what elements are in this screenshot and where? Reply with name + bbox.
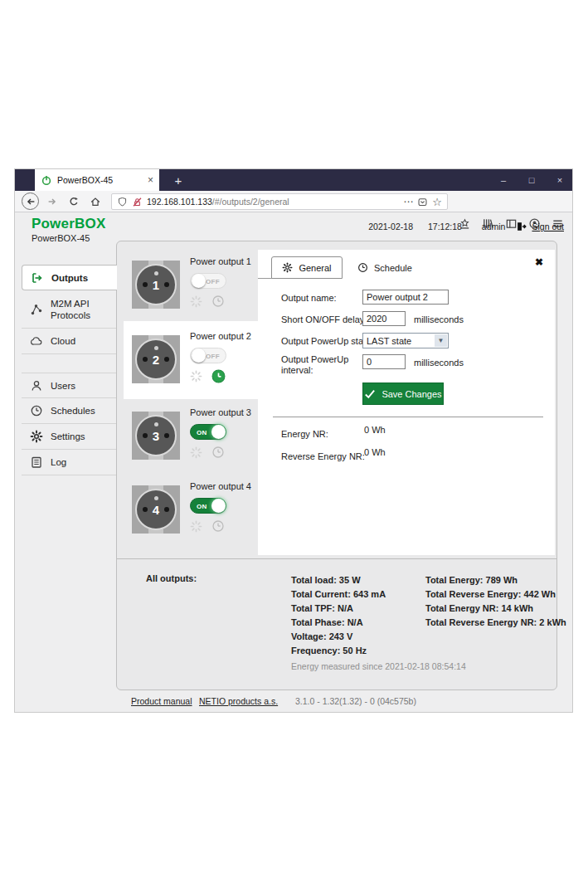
- total-reverse-energy-nr: Total Reverse Energy NR: 2 kWh: [425, 616, 566, 630]
- xlr-connector-icon: 2: [132, 335, 180, 383]
- schedule-inactive-icon: [211, 519, 225, 533]
- output-name-input[interactable]: [362, 290, 449, 305]
- back-arrow-icon: [25, 196, 36, 207]
- frequency: Frequency: 50 Hz: [291, 644, 386, 658]
- detail-close-button[interactable]: ✖: [535, 256, 543, 268]
- output-toggle[interactable]: OFF: [190, 348, 226, 363]
- output-busy-spinner-icon: [190, 295, 202, 308]
- outputs-icon: [31, 271, 44, 285]
- netio-products-link[interactable]: NETIO products a.s.: [199, 696, 278, 706]
- sidebar: M2M API Protocols Cloud Users Schedules …: [22, 290, 116, 475]
- reload-button[interactable]: [68, 196, 80, 207]
- sidebar-item-label: Settings: [51, 427, 114, 446]
- sidebar-item-users[interactable]: Users: [22, 373, 116, 398]
- output-toggle[interactable]: ON: [190, 498, 226, 514]
- energy-nr-label: Energy NR:: [281, 429, 328, 439]
- new-tab-button[interactable]: +: [168, 169, 189, 191]
- outputs-panel: 1 Power output 1 OFF 2 Power output 2 OF…: [116, 241, 557, 690]
- voltage: Voltage: 243 V: [291, 630, 386, 644]
- pocket-icon[interactable]: [417, 197, 428, 207]
- output-toggle[interactable]: ON: [190, 424, 226, 440]
- totals-column-1: Total load: 35 W Total Current: 643 mA T…: [291, 573, 386, 658]
- toggle-knob: [192, 274, 206, 288]
- url-path: /#/outputs/2/general: [212, 197, 289, 207]
- powerup-interval-input[interactable]: [362, 354, 406, 369]
- total-tpf: Total TPF: N/A: [291, 602, 386, 616]
- save-changes-button[interactable]: Save Changes: [362, 383, 444, 405]
- output-name: Power output 1: [190, 256, 251, 266]
- xlr-connector-icon: 1: [132, 261, 180, 309]
- settings-gear-icon: [30, 430, 43, 443]
- section-divider: [273, 417, 543, 417]
- output-card-1[interactable]: 1 Power output 1 OFF: [124, 250, 258, 319]
- sidebar-item-settings[interactable]: Settings: [22, 424, 116, 450]
- toggle-knob: [192, 348, 206, 363]
- screenshot-canvas: PowerBOX-45 × + – □ ×: [0, 0, 588, 882]
- toggle-state-label: OFF: [206, 278, 220, 285]
- device-name: PowerBOX-45: [32, 233, 90, 243]
- output-number: 1: [137, 278, 175, 292]
- sign-out-link[interactable]: Sign out: [515, 221, 564, 232]
- tab-close-icon[interactable]: ×: [148, 174, 153, 186]
- tab-general[interactable]: General: [271, 256, 343, 279]
- powerup-interval-unit: milliseconds: [414, 358, 464, 368]
- output-number: 3: [137, 429, 175, 443]
- forward-button[interactable]: [46, 196, 58, 207]
- output-card-2[interactable]: 2 Power output 2 OFF: [124, 321, 258, 399]
- url-bar[interactable]: 192.168.101.133/#/outputs/2/general ⋯ ☆: [111, 193, 448, 210]
- select-dropdown-icon: ▼: [435, 334, 447, 347]
- window-controls: – □ ×: [498, 169, 566, 191]
- energy-measured-note: Energy measured since 2021-02-18 08:54:1…: [291, 661, 466, 671]
- toggle-knob: [211, 425, 226, 439]
- log-icon: [30, 456, 43, 469]
- toggle-knob: [211, 499, 226, 513]
- forward-arrow-icon: [46, 196, 58, 207]
- output-number: 2: [137, 353, 175, 367]
- output-number: 4: [137, 503, 175, 517]
- minimize-button[interactable]: –: [498, 175, 509, 185]
- brand-title: PowerBOX: [32, 216, 105, 232]
- page-actions-icon[interactable]: ⋯: [403, 197, 413, 207]
- output-card-4[interactable]: 4 Power output 4 ON: [124, 475, 258, 545]
- xlr-connector-icon: 4: [132, 485, 180, 534]
- current-date: 2021-02-18: [368, 222, 413, 231]
- xlr-connector-icon: 3: [132, 412, 180, 460]
- bookmark-star-icon[interactable]: ☆: [432, 197, 442, 207]
- energy-nr-value: 0 Wh: [364, 425, 386, 435]
- output-busy-spinner-icon: [190, 446, 202, 459]
- total-phase: Total Phase: N/A: [291, 616, 386, 630]
- sidebar-item-cloud[interactable]: Cloud: [22, 329, 116, 354]
- url-host: 192.168.101.133: [147, 197, 212, 207]
- tab-schedule[interactable]: Schedule: [351, 256, 419, 279]
- back-button[interactable]: [22, 192, 39, 210]
- total-reverse-energy: Total Reverse Energy: 442 Wh: [425, 587, 566, 602]
- home-button[interactable]: [90, 196, 101, 207]
- powerup-state-label: Output PowerUp state:: [281, 336, 373, 346]
- output-card-3[interactable]: 3 Power output 3 ON: [124, 401, 258, 471]
- sidebar-item-m2m-api[interactable]: M2M API Protocols: [22, 290, 116, 329]
- browser-tab[interactable]: PowerBOX-45 ×: [35, 169, 159, 191]
- check-icon: [364, 389, 376, 399]
- firmware-version: 3.1.0 - 1.32(1.32) - 0 (04c575b): [295, 696, 416, 706]
- sidebar-item-schedules[interactable]: Schedules: [22, 398, 116, 424]
- schedule-tab-clock-icon: [357, 262, 368, 273]
- short-delay-label: Short ON/OFF delay:: [281, 314, 367, 324]
- maximize-button[interactable]: □: [526, 175, 537, 185]
- insecure-lock-icon: [132, 197, 143, 207]
- window-close-button[interactable]: ×: [554, 175, 566, 185]
- product-manual-link[interactable]: Product manual: [131, 696, 192, 706]
- reload-icon: [68, 196, 80, 207]
- url-text: 192.168.101.133/#/outputs/2/general: [147, 197, 399, 207]
- powerup-state-value: LAST state: [367, 336, 411, 346]
- m2m-api-icon: [30, 303, 43, 316]
- short-delay-unit: milliseconds: [414, 314, 464, 324]
- schedules-icon: [30, 404, 43, 417]
- power-favicon-icon: [41, 174, 52, 186]
- output-name-label: Output name:: [281, 293, 337, 303]
- sidebar-item-outputs[interactable]: Outputs: [22, 265, 117, 290]
- powerup-state-select[interactable]: LAST state ▼: [362, 333, 449, 348]
- short-delay-input[interactable]: [362, 311, 406, 326]
- output-toggle[interactable]: OFF: [190, 273, 226, 289]
- sidebar-item-log[interactable]: Log: [22, 450, 116, 475]
- sign-out-icon: [515, 221, 527, 232]
